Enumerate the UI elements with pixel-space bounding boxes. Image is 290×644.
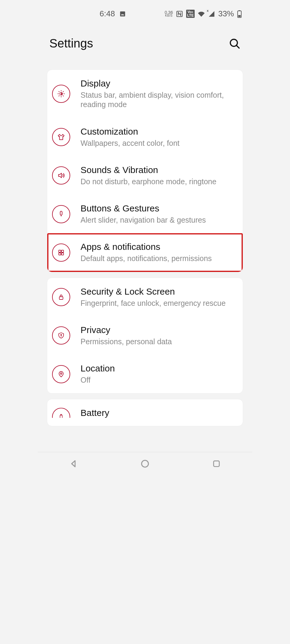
svg-point-14 (61, 373, 62, 374)
tshirt-icon (52, 128, 70, 146)
settings-item-customization[interactable]: Customization Wallpapers, accent color, … (47, 118, 243, 156)
touch-icon (52, 205, 70, 223)
settings-item-sounds[interactable]: Sounds & Vibration Do not disturb, earph… (47, 156, 243, 195)
svg-rect-18 (214, 461, 219, 466)
nfc-icon (176, 10, 183, 18)
item-subtitle: Do not disturb, earphone mode, ringtone (81, 177, 216, 186)
volte-icon: Vo» LTE (186, 10, 195, 18)
item-title: Display (81, 78, 234, 89)
svg-line-6 (236, 45, 239, 48)
speaker-icon (52, 166, 70, 185)
home-icon (140, 459, 150, 468)
pin-icon (52, 365, 70, 383)
item-title: Sounds & Vibration (81, 165, 216, 175)
page-header: Settings (38, 21, 252, 64)
data-rate-indicator: 0.36 KB/S (165, 11, 173, 17)
svg-rect-8 (59, 250, 61, 252)
settings-item-location[interactable]: Location Off (47, 355, 243, 393)
settings-card: Display Status bar, ambient display, vis… (47, 70, 243, 272)
item-subtitle: Off (81, 375, 115, 385)
svg-rect-16 (61, 414, 62, 415)
settings-item-apps-notifications[interactable]: Apps & notifications Default apps, notif… (47, 233, 243, 272)
item-title: Privacy (81, 325, 172, 335)
svg-rect-9 (61, 250, 64, 252)
item-subtitle: Wallpapers, accent color, font (81, 139, 180, 148)
svg-rect-11 (61, 253, 64, 255)
status-bar: 6:48 0.36 KB/S Vo» LTE x (38, 0, 252, 21)
battery-percent: 33% (218, 9, 234, 18)
brightness-icon (52, 85, 70, 103)
svg-rect-10 (59, 253, 61, 255)
settings-item-security[interactable]: Security & Lock Screen Fingerprint, face… (47, 278, 243, 316)
settings-item-battery[interactable]: Battery (47, 399, 243, 426)
item-title: Customization (81, 126, 180, 137)
svg-rect-12 (59, 297, 63, 299)
svg-rect-3 (239, 10, 240, 11)
settings-item-privacy[interactable]: Privacy Permissions, personal data (47, 316, 243, 355)
item-title: Buttons & Gestures (81, 203, 206, 214)
settings-card: Security & Lock Screen Fingerprint, face… (47, 278, 243, 394)
cellular-icon: x (208, 11, 215, 17)
page-title: Settings (49, 37, 93, 50)
grid-icon (52, 244, 70, 262)
svg-rect-0 (120, 11, 125, 16)
item-subtitle: Default apps, notifications, permissions (81, 254, 212, 263)
shield-icon (52, 326, 70, 345)
item-title: Apps & notifications (81, 242, 212, 252)
nav-recent-button[interactable] (206, 456, 227, 471)
item-subtitle: Fingerprint, face unlock, emergency resc… (81, 299, 226, 308)
back-icon (69, 459, 78, 468)
nav-home-button[interactable] (134, 456, 156, 471)
svg-point-17 (142, 460, 149, 467)
item-title: Location (81, 363, 115, 374)
lock-icon (52, 288, 70, 306)
item-subtitle: Status bar, ambient display, vision comf… (81, 90, 234, 110)
status-time: 6:48 (100, 9, 115, 18)
battery-settings-icon (52, 408, 70, 426)
settings-item-buttons-gestures[interactable]: Buttons & Gestures Alert slider, navigat… (47, 195, 243, 233)
item-title: Battery (81, 408, 109, 418)
nav-back-button[interactable] (63, 456, 84, 471)
svg-rect-4 (238, 15, 241, 17)
item-title: Security & Lock Screen (81, 286, 226, 297)
settings-card: Battery (47, 399, 243, 426)
search-icon (229, 38, 241, 50)
picture-icon (119, 11, 126, 17)
battery-icon (237, 10, 242, 18)
wifi-icon (198, 11, 205, 17)
settings-item-display[interactable]: Display Status bar, ambient display, vis… (47, 70, 243, 118)
item-subtitle: Alert slider, navigation bar & gestures (81, 215, 206, 225)
svg-rect-15 (60, 415, 62, 419)
recent-icon (212, 459, 221, 468)
search-button[interactable] (229, 38, 241, 50)
item-subtitle: Permissions, personal data (81, 337, 172, 346)
system-nav-bar (38, 452, 252, 475)
